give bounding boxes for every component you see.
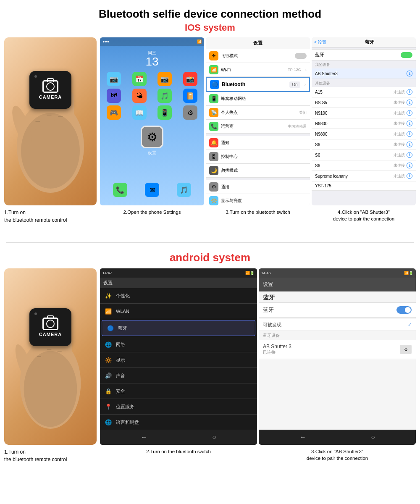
android-network: 🌐 网络 xyxy=(100,337,257,352)
hand-svg-ios xyxy=(8,42,92,201)
android-security: 🔒 安全 xyxy=(100,383,257,399)
camera-device-ios: CAMERA xyxy=(29,71,71,109)
svg-point-16 xyxy=(24,351,77,427)
android-action-bar-1: 设置 xyxy=(100,278,257,288)
bt-device-supreme[interactable]: Supreme icanany 未连接 ℹ xyxy=(312,171,416,181)
settings-row-wifi: 📶 Wi-Fi TP-12G › xyxy=(206,63,310,77)
ios-section: IOS system xyxy=(0,22,420,234)
ios-screen3: < 设置 蓝牙 蓝牙 我的设备 AB Shutter3 ℹ 其他设备 A15 未… xyxy=(312,37,416,205)
android-step1-label: 1.Turn onthe bluetooth remote control xyxy=(4,448,97,463)
android-home-btn-2[interactable]: ○ xyxy=(371,433,375,441)
bt-device-a15[interactable]: A15 未连接 ℹ xyxy=(312,87,416,97)
device-indicator-android xyxy=(34,312,37,315)
android-bt-row[interactable]: 🔵 蓝牙 xyxy=(102,320,255,336)
ios-title: IOS system xyxy=(0,22,420,33)
android-steps-labels: 1.Turn onthe bluetooth remote control 2.… xyxy=(0,445,420,465)
bt-device-n9800-1[interactable]: N9800 未连接 ℹ xyxy=(312,118,416,129)
android-screen1: 14:47 📶🔋 设置 ✨ 个性化 📶 WLAN 🔵 蓝牙 xyxy=(100,268,257,445)
android-personalize: ✨ 个性化 xyxy=(100,288,257,304)
airplane-toggle[interactable] xyxy=(295,53,307,59)
settings-row-airplane: ✈ 飞行模式 xyxy=(206,49,310,63)
ios-nav-bar-settings: 设置 xyxy=(206,37,310,49)
settings-row-control: 🎛 控制中心 xyxy=(206,150,310,164)
bt-master-toggle-row: 蓝牙 xyxy=(312,49,416,60)
device-indicator-dot xyxy=(34,75,37,78)
page-title: Bluetooth selfie device connection metho… xyxy=(0,0,420,22)
bt-master-toggle[interactable] xyxy=(401,52,412,58)
android-hand-area: CAMERA xyxy=(4,268,97,445)
android-bottom-nav-2: ← ○ xyxy=(259,430,416,445)
android-content: CAMERA 14:47 📶🔋 设置 ✨ 个性化 📶 WL xyxy=(0,268,420,445)
ios-app-grid: 📷 📅 📷 📸 🗺 🌤 🎵 📔 🎮 📖 📱 ⚙ xyxy=(100,70,204,121)
ios-step2-text: 2.Open the phone Settings xyxy=(100,209,204,224)
camera-device-android: CAMERA xyxy=(29,308,71,346)
android-device-settings-btn[interactable]: ⚙ xyxy=(400,345,412,354)
android-devices-header: 蓝牙设备 xyxy=(259,331,416,340)
android-bt-toggle[interactable] xyxy=(396,306,412,314)
bt-device-yst[interactable]: YST-175 xyxy=(312,181,416,191)
android-language: 🌐 语言和键盘 xyxy=(100,415,257,430)
hand-svg-android xyxy=(8,277,92,436)
settings-row-display: 🔆 显示与亮度 xyxy=(206,194,310,205)
bt-device-ab-shutter[interactable]: AB Shutter3 ℹ xyxy=(312,68,416,79)
camera-icon-ios xyxy=(42,80,58,93)
settings-label-below: 设置 xyxy=(100,150,204,156)
camera-label-ios: CAMERA xyxy=(39,94,62,100)
bt-info-a15[interactable]: ℹ xyxy=(407,89,412,95)
android-display: 🔆 显示 xyxy=(100,352,257,368)
bt-device-bs[interactable]: BS-S5 未连接 ℹ xyxy=(312,97,416,108)
ios-step4-text: 4.Click on "AB Shutter3"device to pair t… xyxy=(312,209,416,224)
android-back-btn[interactable]: ← xyxy=(141,433,147,441)
ios-screen2: 设置 ✈ 飞行模式 📶 Wi-Fi TP-12G › 🔵 Bluetooth xyxy=(206,37,310,205)
bt-device-n9800-2[interactable]: N9800 未连接 ℹ xyxy=(312,129,416,139)
android-step-texts: 2.Turn on the bluetooth switch 3.Click o… xyxy=(100,448,416,463)
camera-icon-android xyxy=(42,318,58,330)
android-step3-text: 3.Click on "AB Shutter3"device to pair t… xyxy=(259,448,416,463)
ios-steps-labels: 1.Turn onthe bluetooth remote control 2.… xyxy=(0,205,420,226)
android-hand-image: CAMERA xyxy=(4,268,97,445)
settings-row-carrier: 📞 运营商 中国移动通 xyxy=(206,120,310,134)
android-screen2: 14:46 📶🔋 设置 蓝牙 蓝牙 可被发现 ✓ 蓝牙设备 xyxy=(259,268,416,445)
bt-back-btn[interactable]: < 设置 xyxy=(314,39,326,45)
android-step2-text: 2.Turn on the bluetooth switch xyxy=(100,448,257,463)
bt-device-s6-3[interactable]: S6 未连接 ℹ xyxy=(312,160,416,171)
ios-settings-highlight: ⚙ xyxy=(100,126,204,148)
android-bt-nav-bar: 设置 xyxy=(259,278,416,291)
ios-hand-area: CAMERA xyxy=(4,37,97,205)
svg-point-6 xyxy=(21,113,80,189)
android-check-mark: ✓ xyxy=(408,322,412,328)
ios-dock: 📞 ✉ 🎵 xyxy=(100,183,204,197)
bt-device-n9100[interactable]: N9100 未连接 ℹ xyxy=(312,108,416,118)
ios-step-texts: 2.Open the phone Settings 3.Turn on the … xyxy=(100,209,416,224)
android-ab-shutter3-row[interactable]: AB Shutter 3 已连接 ⚙ xyxy=(259,340,416,359)
ios-date-widget: 周三 13 xyxy=(100,46,204,70)
bt-nav-bar: < 设置 蓝牙 xyxy=(312,37,416,47)
ios-content: CAMERA ●●● 📶 周三 13 📷 📅 📷 xyxy=(0,37,420,205)
ios-screenshots: ●●● 📶 周三 13 📷 📅 📷 📸 🗺 🌤 🎵 📔 🎮 xyxy=(100,37,416,205)
android-ab-device-status: 已连接 xyxy=(263,349,400,355)
camera-label-android: CAMERA xyxy=(39,332,62,337)
android-section: android system xyxy=(0,251,420,473)
android-location: 📍 位置服务 xyxy=(100,399,257,415)
bt-device-s6-2[interactable]: S6 未连接 ℹ xyxy=(312,150,416,160)
ios-status-bar-1: ●●● 📶 xyxy=(100,37,204,46)
section-divider xyxy=(6,242,414,243)
android-bt-toggle-row: 蓝牙 xyxy=(259,302,416,318)
bt-info-btn[interactable]: ℹ xyxy=(407,71,412,76)
settings-row-notify: 🔔 通知 xyxy=(206,136,310,150)
settings-row-hotspot: 📡 个人热点 关闭 xyxy=(206,106,310,120)
android-back-btn-2[interactable]: ← xyxy=(299,433,306,441)
android-discoverable-row: 可被发现 ✓ xyxy=(259,319,416,331)
android-ab-device-name: AB Shutter 3 xyxy=(263,344,400,349)
ios-screen1: ●●● 📶 周三 13 📷 📅 📷 📸 🗺 🌤 🎵 📔 🎮 xyxy=(100,37,204,205)
ios-step1-label: 1.Turn onthe bluetooth remote control xyxy=(4,209,97,224)
bt-device-s6-1[interactable]: S6 未连接 ℹ xyxy=(312,139,416,150)
android-bt-header: 蓝牙 xyxy=(259,291,416,302)
ios-step3-text: 3.Turn on the bluetooth switch xyxy=(206,209,310,224)
android-home-btn[interactable]: ○ xyxy=(212,433,216,441)
my-devices-header: 我的设备 xyxy=(312,60,416,68)
android-bottom-nav-1: ← ○ xyxy=(100,430,257,445)
settings-row-bluetooth-highlighted[interactable]: 🔵 Bluetooth On › xyxy=(206,77,310,92)
android-sound: 🔊 声音 xyxy=(100,368,257,383)
android-wlan: 📶 WLAN xyxy=(100,304,257,319)
